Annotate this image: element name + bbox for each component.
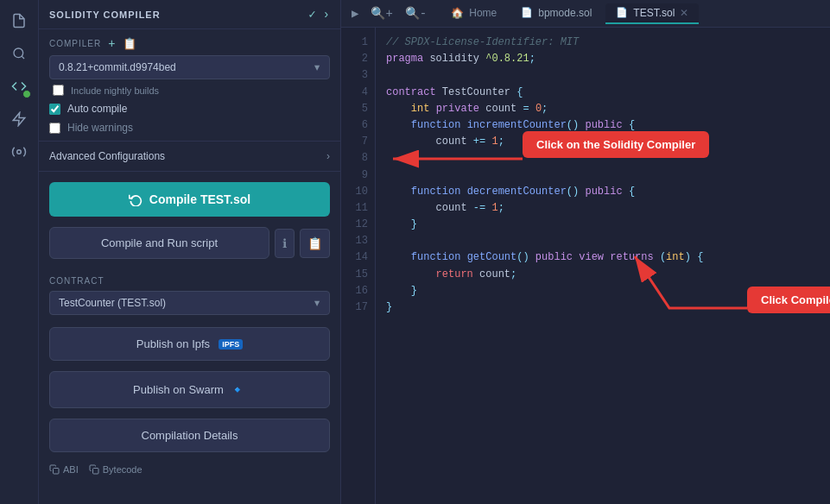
zoom-in-icon[interactable]: 🔍+ bbox=[367, 4, 396, 22]
nightly-builds-checkbox[interactable] bbox=[53, 85, 64, 96]
abi-button[interactable]: ABI bbox=[49, 464, 79, 475]
compiler-version-select[interactable]: 0.8.21+commit.d9974bed bbox=[49, 55, 330, 79]
advanced-config-label: Advanced Configurations bbox=[49, 150, 165, 162]
contract-section: CONTRACT TestCounter (TEST.sol) bbox=[39, 269, 340, 322]
compiler-section-label: COMPILER + 📋 bbox=[49, 36, 330, 50]
code-line-7: count += 1; bbox=[386, 134, 820, 150]
compile-button-label: Compile TEST.sol bbox=[149, 192, 250, 206]
compiler-version-wrapper: 0.8.21+commit.d9974bed bbox=[49, 55, 330, 79]
ipfs-badge: IPFS bbox=[219, 339, 243, 350]
sidebar-icon-compiler[interactable] bbox=[5, 72, 33, 100]
code-line-3 bbox=[386, 67, 820, 84]
publish-ipfs-label: Publish on Ipfs bbox=[136, 337, 210, 350]
compiler-version-section: COMPILER + 📋 0.8.21+commit.d9974bed Incl… bbox=[39, 29, 340, 142]
code-line-17: } bbox=[386, 299, 820, 316]
info-button[interactable]: ℹ bbox=[275, 229, 295, 258]
abi-bytecode-row: ABI Bytecode bbox=[39, 457, 340, 482]
auto-compile-row: Auto compile bbox=[49, 103, 330, 115]
code-line-9 bbox=[386, 167, 820, 184]
angle-right-icon: › bbox=[323, 8, 330, 22]
code-line-2: pragma solidity ^0.8.21; bbox=[386, 51, 820, 67]
advanced-config-arrow: › bbox=[326, 150, 330, 162]
tab-test-label: TEST.sol bbox=[633, 7, 675, 19]
compilation-details-label: Compilation Details bbox=[142, 429, 238, 442]
tab-bar: ▶ 🔍+ 🔍- 🏠 Home 📄 bpmode.sol 📄 TEST.sol ✕ bbox=[341, 0, 830, 28]
code-line-10: function decrementCounter() public { bbox=[386, 184, 820, 200]
run-icon[interactable]: ▶ bbox=[348, 4, 362, 22]
bytecode-button[interactable]: Bytecode bbox=[89, 464, 143, 475]
compile-button[interactable]: Compile TEST.sol bbox=[49, 182, 330, 217]
compiler-active-badge bbox=[22, 90, 31, 98]
abi-label: ABI bbox=[63, 464, 79, 475]
compiler-title: SOLIDITY COMPILER bbox=[49, 9, 161, 20]
sidebar-icon-search[interactable] bbox=[5, 40, 33, 67]
swarm-icon: 🔹 bbox=[229, 381, 246, 398]
code-content[interactable]: // SPDX-License-Identifier: MITpragma so… bbox=[376, 28, 830, 504]
hide-warnings-label: Hide warnings bbox=[67, 122, 133, 134]
compilation-details-button[interactable]: Compilation Details bbox=[49, 419, 330, 452]
svg-rect-4 bbox=[54, 469, 60, 475]
bpmode-file-icon: 📄 bbox=[521, 7, 533, 18]
code-line-16: } bbox=[386, 283, 820, 299]
publish-swarm-label: Publish on Swarm bbox=[133, 383, 224, 396]
line-numbers: 1234567891011121314151617 bbox=[341, 28, 376, 504]
contract-select-wrapper: TestCounter (TEST.sol) bbox=[49, 291, 330, 315]
auto-compile-label: Auto compile bbox=[67, 103, 127, 115]
tab-bpmode[interactable]: 📄 bpmode.sol bbox=[510, 3, 602, 24]
code-line-15: return count; bbox=[386, 267, 820, 283]
nightly-builds-label: Include nightly builds bbox=[71, 85, 159, 96]
test-file-icon: 📄 bbox=[616, 7, 628, 18]
editor-area: ▶ 🔍+ 🔍- 🏠 Home 📄 bpmode.sol 📄 TEST.sol ✕… bbox=[341, 0, 830, 504]
sidebar-icon-files[interactable] bbox=[5, 7, 33, 35]
tab-bpmode-label: bpmode.sol bbox=[538, 7, 592, 19]
code-line-14: function getCount() public view returns … bbox=[386, 249, 820, 266]
auto-compile-checkbox[interactable] bbox=[49, 104, 60, 115]
compiler-header: SOLIDITY COMPILER ✓ › bbox=[39, 0, 340, 29]
svg-marker-2 bbox=[13, 113, 25, 126]
code-area: 1234567891011121314151617 // SPDX-Licens… bbox=[341, 28, 830, 504]
tab-test[interactable]: 📄 TEST.sol ✕ bbox=[605, 3, 699, 24]
home-icon: 🏠 bbox=[451, 7, 464, 19]
zoom-out-icon[interactable]: 🔍- bbox=[402, 4, 430, 22]
svg-line-1 bbox=[22, 56, 24, 59]
sidebar-icon-plugins[interactable] bbox=[5, 138, 33, 166]
nightly-builds-row: Include nightly builds bbox=[49, 85, 330, 96]
bytecode-label: Bytecode bbox=[103, 464, 143, 475]
file-icon[interactable]: 📋 bbox=[123, 37, 137, 50]
code-line-8: } bbox=[386, 150, 820, 167]
code-line-12: } bbox=[386, 217, 820, 233]
code-line-5: int private count = 0; bbox=[386, 101, 820, 117]
hide-warnings-row: Hide warnings bbox=[49, 122, 330, 134]
contract-select[interactable]: TestCounter (TEST.sol) bbox=[49, 291, 330, 315]
compile-run-row: Compile and Run script ℹ 📋 bbox=[49, 227, 330, 259]
copy-button[interactable]: 📋 bbox=[300, 229, 330, 258]
advanced-config-section[interactable]: Advanced Configurations › bbox=[39, 142, 340, 172]
check-icon: ✓ bbox=[308, 7, 315, 22]
tab-home-label: Home bbox=[469, 7, 497, 19]
hide-warnings-checkbox[interactable] bbox=[49, 123, 60, 134]
code-line-6: function incrementCounter() public { bbox=[386, 117, 820, 134]
sidebar-icon-deploy[interactable] bbox=[5, 105, 33, 133]
code-line-11: count -= 1; bbox=[386, 200, 820, 217]
compiler-panel: SOLIDITY COMPILER ✓ › COMPILER + 📋 0.8.2… bbox=[39, 0, 341, 504]
tab-bar-icons: ▶ 🔍+ 🔍- bbox=[348, 4, 430, 22]
tab-home[interactable]: 🏠 Home bbox=[440, 3, 507, 24]
code-line-13 bbox=[386, 233, 820, 249]
compiler-header-icons: ✓ › bbox=[308, 7, 330, 22]
add-compiler-icon[interactable]: + bbox=[108, 36, 116, 50]
tab-close-icon[interactable]: ✕ bbox=[680, 7, 688, 19]
sidebar bbox=[0, 0, 39, 504]
code-line-1: // SPDX-License-Identifier: MIT bbox=[386, 35, 820, 51]
publish-ipfs-button[interactable]: Publish on Ipfs IPFS bbox=[49, 327, 330, 361]
svg-point-3 bbox=[17, 150, 22, 154]
compile-run-button[interactable]: Compile and Run script bbox=[49, 227, 269, 259]
publish-swarm-button[interactable]: Publish on Swarm 🔹 bbox=[49, 371, 330, 408]
svg-point-0 bbox=[14, 48, 23, 58]
code-line-4: contract TestCounter { bbox=[386, 85, 820, 101]
svg-rect-5 bbox=[92, 469, 98, 475]
contract-label: CONTRACT bbox=[49, 276, 330, 286]
